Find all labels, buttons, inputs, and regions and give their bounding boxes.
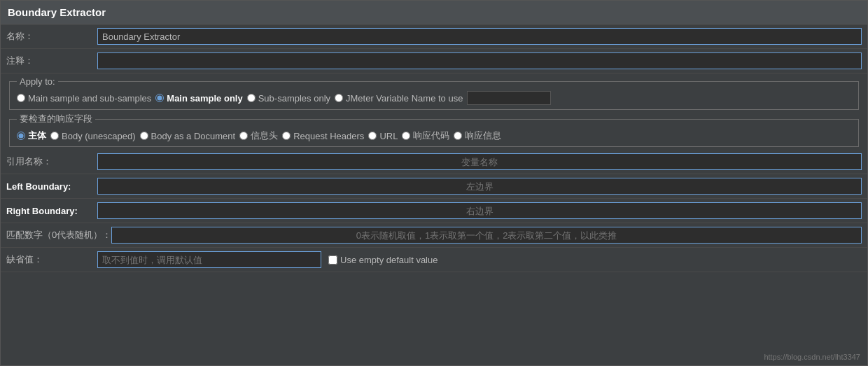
radio-body-unescaped[interactable]: Body (unescaped) bbox=[50, 131, 136, 141]
radio-url-label: URL bbox=[379, 131, 398, 141]
name-row: 名称： bbox=[1, 24, 867, 49]
radio-main-only[interactable]: Main sample only bbox=[155, 93, 242, 104]
radio-resp-msg-input[interactable] bbox=[454, 132, 462, 140]
radio-resp-msg[interactable]: 响应信息 bbox=[454, 129, 501, 142]
radio-body-label: 主体 bbox=[28, 129, 46, 142]
radio-sub-only-label: Sub-samples only bbox=[258, 93, 330, 104]
radio-main-sub-input[interactable] bbox=[17, 94, 25, 102]
radio-sub-only-input[interactable] bbox=[247, 94, 255, 102]
response-field-legend: 要检查的响应字段 bbox=[17, 113, 95, 125]
match-no-input[interactable] bbox=[111, 227, 862, 244]
response-field-section: 要检查的响应字段 主体 Body (unescaped) Body as a D… bbox=[5, 113, 863, 147]
apply-to-section: Apply to: Main sample and sub-samples Ma… bbox=[5, 76, 863, 110]
radio-body-input[interactable] bbox=[17, 132, 25, 140]
radio-body-doc-input[interactable] bbox=[140, 132, 148, 140]
jmeter-variable-input[interactable] bbox=[467, 91, 551, 105]
boundary-extractor-panel: Boundary Extractor 名称： 注释： Apply to: Mai… bbox=[0, 0, 868, 366]
default-value-input[interactable] bbox=[97, 251, 321, 268]
comment-input[interactable] bbox=[97, 52, 862, 69]
radio-main-sub[interactable]: Main sample and sub-samples bbox=[17, 93, 151, 104]
radio-body-unescaped-label: Body (unescaped) bbox=[62, 131, 136, 141]
match-no-row: 匹配数字（0代表随机）： bbox=[1, 223, 867, 248]
radio-jmeter-input[interactable] bbox=[335, 94, 343, 102]
panel-title: Boundary Extractor bbox=[1, 1, 867, 24]
apply-to-legend: Apply to: bbox=[17, 76, 58, 87]
ref-name-label: 引用名称： bbox=[6, 155, 97, 168]
radio-req-headers[interactable]: Request Headers bbox=[282, 131, 364, 141]
default-value-label: 缺省值： bbox=[6, 253, 97, 266]
use-empty-default-checkbox-item[interactable]: Use empty default value bbox=[328, 255, 438, 265]
radio-resp-code-label: 响应代码 bbox=[413, 129, 449, 142]
radio-main-only-label: Main sample only bbox=[167, 93, 242, 104]
match-no-label: 匹配数字（0代表随机）： bbox=[6, 229, 111, 241]
radio-sub-only[interactable]: Sub-samples only bbox=[247, 93, 330, 104]
radio-info-label: 信息头 bbox=[251, 129, 278, 142]
apply-to-fieldset: Apply to: Main sample and sub-samples Ma… bbox=[9, 76, 859, 110]
radio-req-headers-input[interactable] bbox=[282, 132, 290, 140]
response-field-fieldset: 要检查的响应字段 主体 Body (unescaped) Body as a D… bbox=[9, 113, 859, 147]
left-boundary-input[interactable] bbox=[97, 178, 862, 195]
default-value-row: 缺省值： Use empty default value bbox=[1, 248, 867, 272]
radio-info-input[interactable] bbox=[239, 132, 248, 140]
radio-info[interactable]: 信息头 bbox=[239, 129, 278, 142]
ref-name-input[interactable] bbox=[97, 153, 862, 170]
left-boundary-label: Left Boundary: bbox=[6, 181, 97, 192]
right-boundary-input[interactable] bbox=[97, 202, 862, 219]
radio-body[interactable]: 主体 bbox=[17, 129, 46, 142]
left-boundary-row: Left Boundary: bbox=[1, 174, 867, 199]
radio-main-sub-label: Main sample and sub-samples bbox=[28, 93, 151, 104]
comment-label: 注释： bbox=[6, 55, 97, 67]
comment-row: 注释： bbox=[1, 49, 867, 73]
radio-resp-code[interactable]: 响应代码 bbox=[402, 129, 449, 142]
radio-jmeter[interactable]: JMeter Variable Name to use bbox=[335, 93, 463, 104]
right-boundary-row: Right Boundary: bbox=[1, 199, 867, 223]
radio-url-input[interactable] bbox=[368, 132, 377, 140]
use-empty-default-checkbox[interactable] bbox=[328, 255, 337, 265]
radio-req-headers-label: Request Headers bbox=[293, 131, 364, 141]
radio-body-doc[interactable]: Body as a Document bbox=[140, 131, 236, 141]
name-input[interactable] bbox=[97, 28, 862, 45]
radio-resp-code-input[interactable] bbox=[402, 132, 410, 140]
radio-resp-msg-label: 响应信息 bbox=[465, 129, 501, 142]
apply-to-radio-group: Main sample and sub-samples Main sample … bbox=[17, 91, 851, 105]
name-label: 名称： bbox=[6, 30, 97, 43]
right-boundary-label: Right Boundary: bbox=[6, 206, 97, 216]
ref-name-row: 引用名称： bbox=[1, 150, 867, 174]
footer-url: https://blog.csdn.net/lht3347 bbox=[764, 353, 860, 361]
response-field-radio-group: 主体 Body (unescaped) Body as a Document 信… bbox=[17, 129, 851, 142]
radio-url[interactable]: URL bbox=[368, 131, 398, 141]
default-value-input-wrap: Use empty default value bbox=[97, 251, 862, 268]
radio-body-unescaped-input[interactable] bbox=[50, 132, 59, 140]
radio-body-doc-label: Body as a Document bbox=[151, 131, 236, 141]
radio-jmeter-label: JMeter Variable Name to use bbox=[346, 93, 463, 104]
radio-main-only-input[interactable] bbox=[155, 94, 164, 102]
use-empty-default-label: Use empty default value bbox=[340, 255, 438, 265]
